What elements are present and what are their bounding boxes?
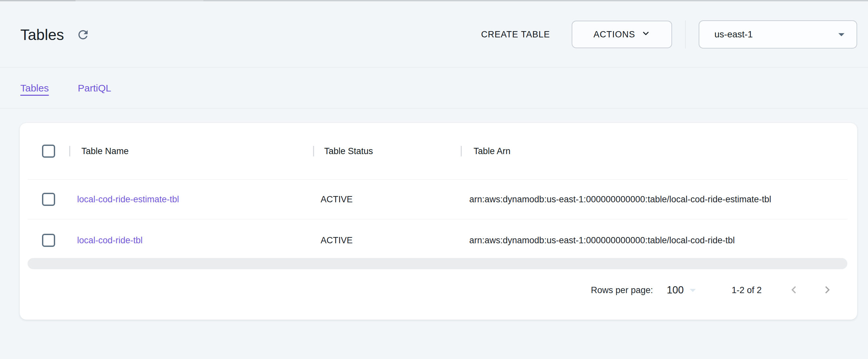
region-select[interactable]: us-east-1 [699,20,857,48]
column-separator [69,146,70,156]
actions-dropdown-button[interactable]: ACTIONS [572,21,672,48]
header-actions: CREATE TABLE ACTIONS us-east-1 [480,1,857,68]
table-header-row: Table Name Table Status Table Arn [20,123,857,180]
chevron-down-icon [641,29,650,40]
refresh-icon [76,38,90,43]
create-table-button[interactable]: CREATE TABLE [480,26,551,43]
table-arn-value: arn:aws:dynamodb:us-east-1:000000000000:… [469,235,735,246]
page-header: Tables CREATE TABLE ACTIONS us-east-1 [0,1,868,68]
next-page-button[interactable] [815,279,839,302]
select-all-checkbox[interactable] [42,144,55,158]
rows-per-page-select[interactable]: 100 [667,283,700,297]
chevron-right-icon [820,293,835,298]
page-title: Tables [20,26,64,43]
table-status-value: ACTIVE [321,194,353,204]
previous-page-button[interactable] [782,279,806,302]
table-row: local-cod-ride-tbl ACTIVE arn:aws:dynamo… [20,219,857,262]
table-arn-value: arn:aws:dynamodb:us-east-1:000000000000:… [469,194,771,204]
table-row: local-cod-ride-estimate-tbl ACTIVE arn:a… [20,180,857,219]
row-checkbox[interactable] [42,193,55,206]
column-header-table-name: Table Name [82,146,129,156]
table-status-value: ACTIVE [321,235,353,246]
refresh-button[interactable] [75,28,91,43]
tab-partiql[interactable]: PartiQL [78,83,111,94]
actions-dropdown-label: ACTIONS [593,30,635,40]
rows-per-page-label: Rows per page: [591,285,653,295]
tab-tables[interactable]: Tables [20,83,49,94]
header-divider [685,20,686,48]
dropdown-arrow-icon [686,283,700,297]
table-name-link[interactable]: local-cod-ride-estimate-tbl [77,194,179,204]
column-separator [313,146,314,156]
pagination-bar: Rows per page: 100 1-2 of 2 [591,274,839,306]
pagination-range-label: 1-2 of 2 [732,285,762,295]
region-select-value: us-east-1 [714,29,753,40]
rows-per-page-value: 100 [667,284,684,296]
table-name-link[interactable]: local-cod-ride-tbl [77,235,143,246]
column-header-table-arn: Table Arn [473,146,510,156]
column-header-table-status: Table Status [324,146,373,156]
dropdown-arrow-icon [834,27,849,42]
column-separator [461,146,462,156]
horizontal-scrollbar[interactable] [28,258,847,269]
chevron-left-icon [786,293,801,298]
tabs-bar: Tables PartiQL [0,68,868,108]
row-checkbox[interactable] [42,234,55,247]
dynamodb-admin-screen: Tables CREATE TABLE ACTIONS us-east-1 Ta… [0,0,868,359]
tables-card: Table Name Table Status Table Arn local-… [20,123,857,320]
